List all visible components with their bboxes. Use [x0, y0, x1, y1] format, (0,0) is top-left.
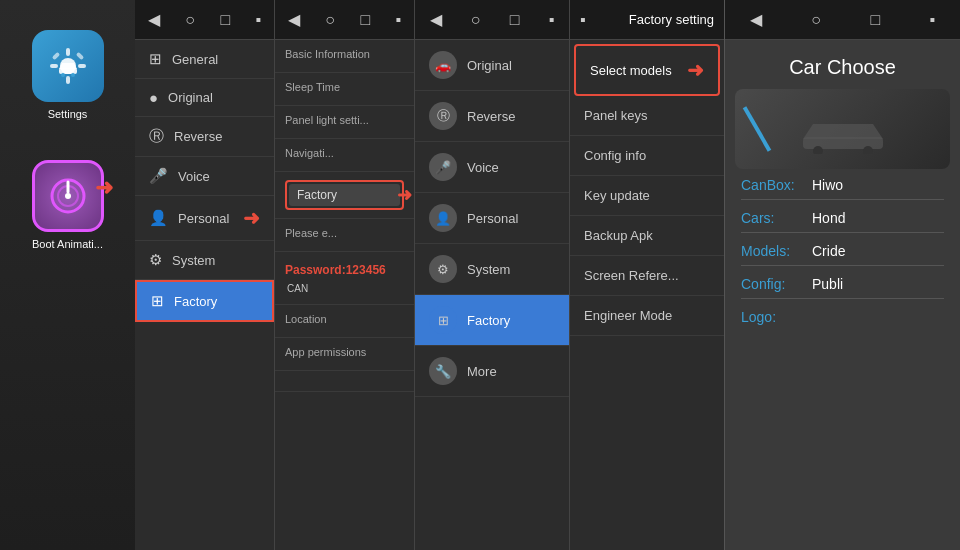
settings-app[interactable]: Settings — [32, 30, 104, 120]
factory-menu-original[interactable]: 🚗 Original — [415, 40, 569, 91]
backup-apk-item[interactable]: Backup Apk — [570, 216, 724, 256]
factory-menu-reverse[interactable]: Ⓡ Reverse — [415, 91, 569, 142]
config-info-item[interactable]: Config info — [570, 136, 724, 176]
home-btn-p4[interactable]: ○ — [471, 11, 481, 29]
boot-svg-icon — [46, 174, 90, 218]
divider-2 — [741, 232, 944, 233]
please-label: Please e... — [285, 227, 404, 239]
home-btn-p3[interactable]: ○ — [325, 11, 335, 29]
panel-app-icons: Settings ➜ Boot Animati... — [0, 0, 135, 550]
car-choose-bg-image — [735, 89, 950, 169]
recent-btn-p2[interactable]: □ — [220, 11, 230, 29]
settings-svg-icon — [46, 44, 90, 88]
factory-menu-system[interactable]: ⚙ System — [415, 244, 569, 295]
factory-menu-voice[interactable]: 🎤 Voice — [415, 142, 569, 193]
menu-btn-p3[interactable]: ▪ — [396, 11, 402, 29]
menu-factory[interactable]: ⊞ Factory — [135, 280, 274, 322]
panel-car-choose: ◀ ○ □ ▪ Car Choose CanBox: Hiwo Cars: Ho… — [725, 0, 960, 550]
key-update-item[interactable]: Key update — [570, 176, 724, 216]
menu-original[interactable]: ● Original — [135, 79, 274, 117]
settings-app-icon[interactable] — [32, 30, 104, 102]
screen-reference-label: Screen Refere... — [584, 268, 679, 283]
original-icon: ● — [149, 89, 158, 106]
engineer-mode-item[interactable]: Engineer Mode — [570, 296, 724, 336]
back-btn-p6[interactable]: ◀ — [750, 10, 762, 29]
back-btn-p4[interactable]: ◀ — [430, 10, 442, 29]
navigation-label: Navigati... — [285, 147, 404, 159]
factory-system-label: System — [467, 262, 510, 277]
arrow-1: ➜ — [95, 175, 113, 201]
panel-detail: ◀ ○ □ ▪ Basic Information Sleep Time Pan… — [275, 0, 415, 550]
menu-original-label: Original — [168, 90, 213, 105]
engineer-mode-label: Engineer Mode — [584, 308, 672, 323]
select-models-label: Select models — [590, 63, 672, 78]
system-icon: ⚙ — [149, 251, 162, 269]
panel-factory-menu: ◀ ○ □ ▪ 🚗 Original Ⓡ Reverse 🎤 Voice 👤 P… — [415, 0, 570, 550]
panel-settings-menu: ◀ ○ □ ▪ ⊞ General ● Original Ⓡ Reverse 🎤… — [135, 0, 275, 550]
factory-border-box: Factory — [285, 180, 404, 210]
canbox-row: CanBox: Hiwo — [725, 169, 960, 197]
panel6-header: ◀ ○ □ ▪ — [725, 0, 960, 40]
arrow-2: ➜ — [243, 206, 260, 230]
panel5-header: ▪ Factory setting — [570, 0, 724, 40]
home-btn-p2[interactable]: ○ — [185, 11, 195, 29]
boot-app[interactable]: Boot Animati... — [32, 160, 104, 250]
original-menu-icon: 🚗 — [429, 51, 457, 79]
boot-app-icon[interactable] — [32, 160, 104, 232]
satellite-section: Location — [275, 305, 414, 338]
svg-rect-6 — [75, 52, 83, 60]
arrow-4: ➜ — [687, 58, 704, 82]
recent-btn-p6[interactable]: □ — [870, 11, 880, 29]
factory-menu-personal[interactable]: 👤 Personal — [415, 193, 569, 244]
location-section: App permissions — [275, 338, 414, 371]
menu-personal[interactable]: 👤 Personal ➜ — [135, 196, 274, 241]
svg-rect-4 — [78, 64, 86, 68]
personal-menu-icon: 👤 — [429, 204, 457, 232]
car-stripe-decoration — [743, 106, 771, 151]
personal-icon: 👤 — [149, 209, 168, 227]
menu-voice[interactable]: 🎤 Voice — [135, 157, 274, 196]
menu-btn-p2[interactable]: ▪ — [256, 11, 262, 29]
arrow-3: ➜ — [397, 184, 412, 206]
panel-keys-label: Panel keys — [584, 108, 648, 123]
menu-general-label: General — [172, 52, 218, 67]
panel2-header: ◀ ○ □ ▪ — [135, 0, 274, 40]
screen-reference-item[interactable]: Screen Refere... — [570, 256, 724, 296]
back-btn-p2[interactable]: ◀ — [148, 10, 160, 29]
settings-app-label: Settings — [48, 108, 88, 120]
menu-reverse[interactable]: Ⓡ Reverse — [135, 117, 274, 157]
factory-section-label: Factory — [289, 184, 400, 206]
panel-keys-item[interactable]: Panel keys — [570, 96, 724, 136]
general-icon: ⊞ — [149, 50, 162, 68]
factory-original-label: Original — [467, 58, 512, 73]
config-row: Config: Publi — [725, 268, 960, 296]
logo-row: Logo: — [725, 301, 960, 329]
menu-general[interactable]: ⊞ General — [135, 40, 274, 79]
cars-row: Cars: Hond — [725, 202, 960, 230]
factory-menu-factory[interactable]: ⊞ Factory — [415, 295, 569, 346]
menu-system[interactable]: ⚙ System — [135, 241, 274, 280]
menu-btn-p4[interactable]: ▪ — [549, 11, 555, 29]
reverse-menu-icon: Ⓡ — [429, 102, 457, 130]
canbox-label: CanBox: — [741, 177, 806, 193]
panel3-header: ◀ ○ □ ▪ — [275, 0, 414, 40]
menu-reverse-label: Reverse — [174, 129, 222, 144]
factory-menu-more[interactable]: 🔧 More — [415, 346, 569, 397]
panel-light-label: Panel light setti... — [285, 114, 404, 126]
back-btn-p5[interactable]: ▪ — [580, 11, 586, 29]
factory-personal-label: Personal — [467, 211, 518, 226]
factory-factory-label: Factory — [467, 313, 510, 328]
select-models-item[interactable]: Select models ➜ — [574, 44, 720, 96]
navigation-section: Navigati... — [275, 139, 414, 172]
recent-btn-p4[interactable]: □ — [510, 11, 520, 29]
divider-3 — [741, 265, 944, 266]
basic-info-label: Basic Information — [285, 48, 404, 60]
logo-label: Logo: — [741, 309, 806, 325]
divider-4 — [741, 298, 944, 299]
home-btn-p6[interactable]: ○ — [811, 11, 821, 29]
menu-btn-p6[interactable]: ▪ — [930, 11, 936, 29]
models-value: Cride — [812, 243, 845, 259]
sleep-time-section: Sleep Time — [275, 73, 414, 106]
recent-btn-p3[interactable]: □ — [360, 11, 370, 29]
back-btn-p3[interactable]: ◀ — [288, 10, 300, 29]
